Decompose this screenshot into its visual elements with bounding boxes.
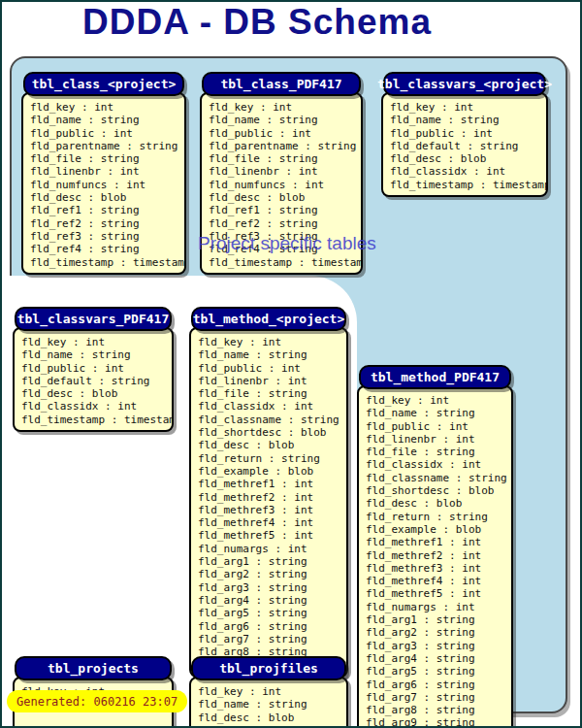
field-row: fld_ref2 : string xyxy=(209,217,361,230)
field-row: fld_ref1 : string xyxy=(30,204,184,216)
field-row: fld_desc : blob xyxy=(390,152,546,165)
table-header: tbl_method_PDF417 xyxy=(359,365,511,389)
field-row xyxy=(21,711,172,724)
field-row: fld_arg9 : string xyxy=(366,716,511,728)
table-tbl-method-project: tbl_method_<project> fld_key : intfld_na… xyxy=(189,307,348,678)
field-row: fld_name : string xyxy=(198,348,346,361)
field-row: fld_arg2 : string xyxy=(366,626,511,639)
field-row: fld_timestamp : timestamp xyxy=(21,414,172,426)
field-row: fld_arg2 : string xyxy=(198,568,346,580)
field-row: fld_arg7 : string xyxy=(198,633,346,645)
field-row: fld_timestamp : timestamp xyxy=(390,179,546,191)
field-row: fld_numargs : int xyxy=(198,543,346,555)
field-row: fld_parentname : string xyxy=(209,140,361,152)
field-row: fld_file : string xyxy=(209,152,361,165)
table-header: tbl_projects xyxy=(15,656,172,680)
field-row: fld_key : int xyxy=(366,394,511,407)
field-row: fld_name : string xyxy=(390,114,546,126)
field-row: fld_name : string xyxy=(366,407,511,419)
field-row: fld_parentname : string xyxy=(30,140,184,152)
field-row: fld_classidx : int xyxy=(21,400,172,413)
field-row: fld_arg3 : string xyxy=(366,640,511,652)
field-row: fld_file : string xyxy=(198,387,346,400)
field-row: fld_docdir : string xyxy=(21,724,172,728)
field-row: fld_linenbr : int xyxy=(198,375,346,387)
field-row: fld_classname : string xyxy=(366,472,511,484)
field-row: fld_methref4 : int xyxy=(198,516,346,529)
field-row: fld_methref1 : int xyxy=(198,478,346,490)
table-header: tbl_method_<project> xyxy=(191,307,346,331)
field-row: fld_public : int xyxy=(390,127,546,140)
field-row: fld_desc : blob xyxy=(198,439,346,451)
field-row: fld_arg4 : string xyxy=(366,652,511,665)
field-row: fld_arg3 : string xyxy=(198,581,346,594)
field-row: fld_ref1 : string xyxy=(209,204,361,216)
field-row: fld_arg5 : string xyxy=(198,607,346,619)
field-row: fld_arg6 : string xyxy=(366,678,511,691)
field-row: fld_timestamp : timestamp xyxy=(209,256,361,269)
field-row: fld_desc : blob xyxy=(209,191,361,204)
field-row: fld_name : string xyxy=(198,698,346,711)
table-field-list: fld_key : intfld_name : stringfld_public… xyxy=(381,92,548,197)
field-row: fld_ref2 : string xyxy=(30,217,184,230)
table-header: tbl_class_<project> xyxy=(23,72,184,96)
field-row: fld_numfuncs : int xyxy=(30,179,184,191)
field-row: fld_name : string xyxy=(30,114,184,126)
field-row: fld_key : int xyxy=(30,101,184,114)
field-row: fld_public : int xyxy=(209,127,361,140)
field-row: fld_methref3 : int xyxy=(198,504,346,516)
field-row: fld_numargs : int xyxy=(366,601,511,613)
field-row: fld_linenbr : int xyxy=(30,165,184,178)
field-row: fld_classidx : int xyxy=(198,400,346,413)
field-row: fld_methref4 : int xyxy=(366,575,511,587)
table-field-list: fld_key : intfld_name : stringfld_public… xyxy=(357,385,513,728)
table-tbl-classvars-project: tbl_classvars_<project> fld_key : intfld… xyxy=(381,72,548,197)
field-row: fld_ref4 : string xyxy=(30,243,184,255)
field-row: fld_classidx : int xyxy=(390,165,546,178)
table-field-list: fld_key : intfld_name : stringfld_public… xyxy=(189,327,348,678)
field-row: fld_arg4 : string xyxy=(198,594,346,607)
field-row: fld_linenbr : int xyxy=(209,165,361,178)
field-row: fld_name : string xyxy=(21,348,172,361)
field-row: fld_methref1 : int xyxy=(366,536,511,548)
table-field-list: fld_key : intfld_name : stringfld_desc :… xyxy=(189,677,348,728)
field-row: fld_key : int xyxy=(198,685,346,698)
field-row: fld_key : int xyxy=(198,336,346,348)
field-row: fld_desc : blob xyxy=(30,191,184,204)
field-row: fld_ref3 : string xyxy=(30,230,184,243)
page-title: DDDA - DB Schema xyxy=(34,2,480,43)
field-row: fld_example : blob xyxy=(198,465,346,478)
table-header: tbl_classvars_<project> xyxy=(383,72,546,96)
field-row: fld_file : string xyxy=(366,446,511,458)
field-row: fld_key : int xyxy=(209,101,361,114)
field-row: fld_name : string xyxy=(209,114,361,126)
field-row: fld_key : int xyxy=(21,336,172,348)
field-row: fld_arg8 : string xyxy=(366,704,511,716)
field-row: fld_linenbr : int xyxy=(366,433,511,446)
field-row: fld_arg7 : string xyxy=(366,691,511,704)
table-field-list: fld_key : intfld_name : stringfld_public… xyxy=(13,327,174,432)
table-header: tbl_classvars_PDF417 xyxy=(15,307,172,331)
field-row: fld_public : int xyxy=(198,362,346,375)
field-row: fld_shortdesc : blob xyxy=(366,484,511,497)
field-row: fld_public : int xyxy=(21,362,172,375)
field-row: fld_public : int xyxy=(30,127,184,140)
field-row: fld_arg1 : string xyxy=(198,555,346,568)
field-row: fld_desc : blob xyxy=(198,711,346,724)
field-row: fld_desc : blob xyxy=(366,497,511,510)
field-row: fld_return : string xyxy=(366,511,511,523)
field-row: fld_timestamp : timestamp xyxy=(30,256,184,269)
field-row: fld_file : string xyxy=(30,152,184,165)
field-row: fld_default : string xyxy=(21,375,172,387)
generated-timestamp-badge: Generated: 060216 23:07 xyxy=(7,690,187,712)
project-specific-tables-label: Project specific tables xyxy=(198,233,376,254)
field-row: fld_key : int xyxy=(390,101,546,114)
field-row: fld_arg6 : string xyxy=(198,620,346,633)
schema-diagram-page: DDDA - DB Schema tbl_class_<project> fld… xyxy=(0,0,582,728)
table-field-list: fld_key : intfld_name : stringfld_public… xyxy=(21,92,186,275)
field-row: fld_shortdesc : blob xyxy=(198,426,346,439)
field-row: fld_numfuncs : int xyxy=(209,179,361,191)
table-tbl-method-pdf417: tbl_method_PDF417 fld_key : intfld_name … xyxy=(357,365,513,728)
field-row: fld_arg5 : string xyxy=(366,665,511,678)
table-tbl-class-project: tbl_class_<project> fld_key : intfld_nam… xyxy=(21,72,186,275)
